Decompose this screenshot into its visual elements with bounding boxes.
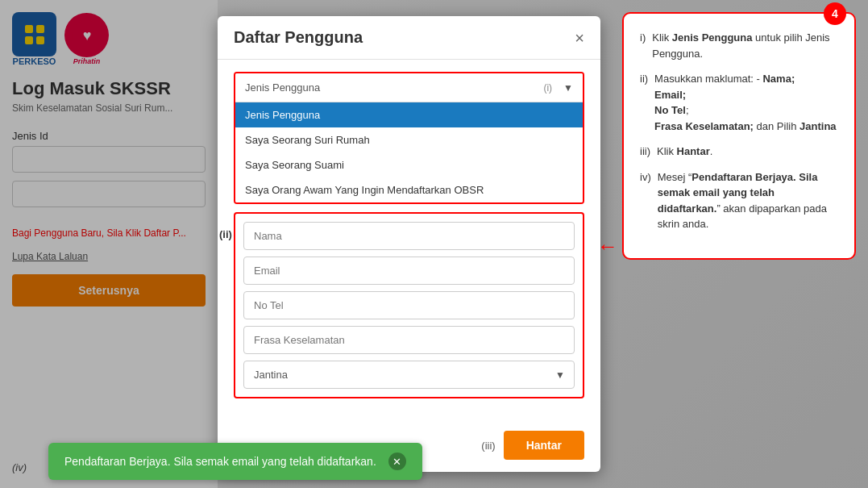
no-tel-input[interactable]	[243, 291, 575, 319]
arrow-icon: ←	[597, 234, 618, 259]
instr-num-iv: iv)	[640, 169, 651, 232]
dropdown-option-1[interactable]: Saya Seorang Suri Rumah	[235, 127, 583, 152]
toast-message: Pendaftaran Berjaya. Sila semak email ya…	[64, 455, 376, 468]
footer-iii-label: (iii)	[481, 440, 495, 452]
dropdown-option-3[interactable]: Saya Orang Awam Yang Ingin Mendaftarkan …	[235, 177, 583, 202]
fields-section: (ii) Jantina Lelaki Perempuan ▼	[234, 212, 584, 398]
jantina-select-wrapper: Jantina Lelaki Perempuan ▼	[243, 361, 575, 389]
modal-close-button[interactable]: ×	[575, 30, 584, 46]
instr-text-i: Klik Jenis Pengguna untuk pilih Jenis Pe…	[652, 30, 838, 61]
instr-num-i: i)	[640, 30, 646, 61]
instruction-item-ii: ii) Masukkan maklumat: - Nama;Email;No T…	[640, 71, 838, 134]
hantar-button[interactable]: Hantar	[504, 431, 584, 460]
instr-text-iii: Klik Hantar.	[657, 144, 712, 160]
instr-num-iii: iii)	[640, 144, 650, 160]
chevron-down-icon: ▼	[563, 82, 573, 94]
nama-input[interactable]	[243, 222, 575, 250]
dropdown-option-2[interactable]: Saya Seorang Suami	[235, 152, 583, 177]
modal-dialog: Daftar Pengguna × Jenis Pengguna (i) ▼ J…	[218, 16, 600, 472]
dropdown-label: Jenis Pengguna	[245, 81, 320, 94]
ii-label: (ii)	[219, 228, 232, 240]
instruction-item-i: i) Klik Jenis Pengguna untuk pilih Jenis…	[640, 30, 838, 61]
dropdown-list: Jenis Pengguna Saya Seorang Suri Rumah S…	[235, 102, 583, 202]
modal-body: Jenis Pengguna (i) ▼ Jenis Pengguna Saya…	[218, 60, 600, 423]
instruction-item-iv: iv) Mesej “Pendaftaran Berjaya. Sila sem…	[640, 169, 838, 232]
iv-label: (iv)	[12, 461, 27, 473]
email-input[interactable]	[243, 257, 575, 285]
toast-close-button[interactable]: ✕	[388, 453, 406, 470]
jenis-pengguna-dropdown-section: Jenis Pengguna (i) ▼ Jenis Pengguna Saya…	[234, 72, 584, 204]
jantina-select[interactable]: Jantina Lelaki Perempuan	[243, 361, 575, 389]
instr-num-ii: ii)	[640, 71, 648, 134]
instr-text-ii: Masukkan maklumat: - Nama;Email;No Tel;F…	[654, 71, 836, 134]
step-badge: 4	[824, 2, 846, 25]
modal-header: Daftar Pengguna ×	[218, 16, 600, 60]
instruction-panel: 4 i) Klik Jenis Pengguna untuk pilih Jen…	[622, 12, 856, 260]
dropdown-hint: (i)	[543, 82, 552, 94]
instruction-item-iii: iii) Klik Hantar.	[640, 144, 838, 160]
dropdown-option-0[interactable]: Jenis Pengguna	[235, 102, 583, 127]
success-toast: Pendaftaran Berjaya. Sila semak email ya…	[48, 443, 422, 480]
modal-title: Daftar Pengguna	[234, 28, 363, 47]
frasa-keselamatan-input[interactable]	[243, 326, 575, 354]
instr-text-iv: Mesej “Pendaftaran Berjaya. Sila semak e…	[658, 169, 838, 232]
dropdown-trigger[interactable]: Jenis Pengguna (i) ▼	[235, 73, 583, 102]
